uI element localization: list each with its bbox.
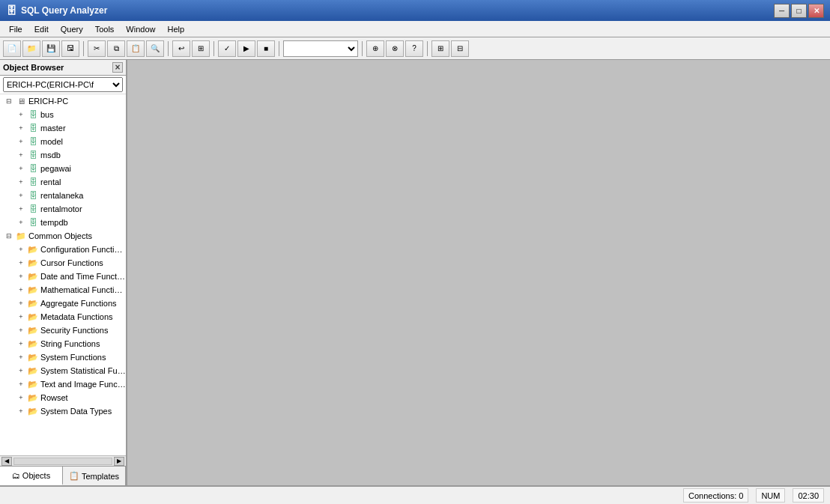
expand-metadata[interactable]: +	[15, 311, 27, 323]
expand-master[interactable]: +	[15, 122, 27, 134]
sep1	[83, 41, 84, 56]
toolbar-grid[interactable]: ⊞	[192, 40, 210, 57]
hscroll-left[interactable]: ◀	[1, 457, 12, 466]
item-rowset[interactable]: + 📂 Rowset	[0, 391, 126, 404]
expand-rowset[interactable]: +	[15, 392, 27, 404]
toolbar-extra2[interactable]: ⊟	[451, 40, 469, 57]
maximize-button[interactable]: □	[791, 4, 807, 18]
menu-file[interactable]: File	[3, 23, 28, 35]
item-metadata-functions[interactable]: + 📂 Metadata Functions	[0, 310, 126, 324]
toolbar-extra1[interactable]: ⊞	[431, 40, 449, 57]
toolbar-new[interactable]: 📄	[3, 40, 21, 57]
menu-query[interactable]: Query	[55, 23, 89, 35]
ob-server-dropdown-area: ERICH-PC(ERICH-PC\f	[0, 76, 126, 94]
minimize-button[interactable]: ─	[774, 4, 790, 18]
folder-icon-metadata: 📂	[27, 311, 39, 323]
expand-systemstat[interactable]: +	[15, 365, 27, 377]
tab-objects[interactable]: 🗂 Objects	[0, 467, 63, 485]
folder-icon-rowset: 📂	[27, 392, 39, 404]
main-area: Object Browser × ERICH-PC(ERICH-PC\f ⊟ 🖥…	[0, 60, 830, 485]
expand-aggregate[interactable]: +	[15, 297, 27, 309]
item-systemstat-functions[interactable]: + 📂 System Statistical Functions	[0, 364, 126, 377]
db-icon-rentalaneka: 🗄	[27, 189, 39, 201]
ob-horizontal-scrollbar[interactable]: ◀ ▶	[0, 455, 126, 466]
label-math: Mathematical Functions	[39, 285, 126, 294]
expand-textimage[interactable]: +	[15, 378, 27, 390]
hscroll-right[interactable]: ▶	[114, 457, 124, 466]
close-button[interactable]: ✕	[808, 4, 824, 18]
db-item-rental[interactable]: + 🗄 rental	[0, 175, 126, 189]
item-security-functions[interactable]: + 📂 Security Functions	[0, 324, 126, 337]
expand-msdb[interactable]: +	[15, 149, 27, 161]
db-item-pegawai[interactable]: + 🗄 pegawai	[0, 162, 126, 175]
db-item-rentalmotor[interactable]: + 🗄 rentalmotor	[0, 202, 126, 216]
expand-systemdatatypes[interactable]: +	[15, 405, 27, 417]
expand-pegawai[interactable]: +	[15, 163, 27, 174]
expand-config[interactable]: +	[15, 243, 27, 255]
expand-common-objects[interactable]: ⊟	[3, 230, 15, 242]
toolbar-save[interactable]: 💾	[42, 40, 60, 57]
expand-cursor[interactable]: +	[15, 257, 27, 269]
expand-datetime[interactable]: +	[15, 270, 27, 282]
db-item-master[interactable]: + 🗄 master	[0, 121, 126, 135]
expand-bus[interactable]: +	[15, 109, 27, 121]
ob-tree[interactable]: ⊟ 🖥 ERICH-PC + 🗄 bus + 🗄 master + 🗄 mode…	[0, 94, 126, 455]
expand-security[interactable]: +	[15, 324, 27, 336]
folder-icon-system: 📂	[27, 351, 39, 363]
menu-tools[interactable]: Tools	[89, 23, 121, 35]
toolbar-run[interactable]: ▶	[237, 40, 255, 57]
db-item-bus[interactable]: + 🗄 bus	[0, 108, 126, 121]
expand-string[interactable]: +	[15, 338, 27, 350]
item-string-functions[interactable]: + 📂 String Functions	[0, 337, 126, 350]
label-datetime: Date and Time Functions	[39, 272, 126, 281]
tab-templates[interactable]: 📋 Templates	[63, 467, 126, 485]
label-systemstat: System Statistical Functions	[39, 366, 126, 375]
expand-rentalaneka[interactable]: +	[15, 189, 27, 201]
expand-rental[interactable]: +	[15, 176, 27, 188]
menu-edit[interactable]: Edit	[28, 23, 55, 35]
toolbar-help2[interactable]: ?	[405, 40, 423, 57]
folder-icon-datetime: 📂	[27, 270, 39, 282]
expand-rentalmotor[interactable]: +	[15, 203, 27, 215]
db-item-model[interactable]: + 🗄 model	[0, 135, 126, 148]
common-objects-node[interactable]: ⊟ 📁 Common Objects	[0, 229, 126, 243]
hscroll-track[interactable]	[13, 458, 112, 465]
expand-math[interactable]: +	[15, 284, 27, 296]
item-cursor-functions[interactable]: + 📂 Cursor Functions	[0, 256, 126, 270]
item-config-functions[interactable]: + 📂 Configuration Functions	[0, 243, 126, 256]
menu-help[interactable]: Help	[161, 23, 190, 35]
server-icon: 🖥	[15, 95, 27, 107]
toolbar-open[interactable]: 📁	[22, 40, 40, 57]
item-math-functions[interactable]: + 📂 Mathematical Functions	[0, 283, 126, 297]
toolbar-parse[interactable]: ⊕	[366, 40, 384, 57]
db-item-rentalaneka[interactable]: + 🗄 rentalaneka	[0, 189, 126, 202]
server-node[interactable]: ⊟ 🖥 ERICH-PC	[0, 94, 126, 108]
db-item-msdb[interactable]: + 🗄 msdb	[0, 148, 126, 162]
ob-server-select[interactable]: ERICH-PC(ERICH-PC\f	[3, 77, 123, 92]
db-item-tempdb[interactable]: + 🗄 tempdb	[0, 216, 126, 229]
item-textimage-functions[interactable]: + 📂 Text and Image Functions	[0, 377, 126, 391]
expand-server[interactable]: ⊟	[3, 95, 15, 107]
toolbar-find[interactable]: 🔍	[146, 40, 164, 57]
item-datetime-functions[interactable]: + 📂 Date and Time Functions	[0, 270, 126, 283]
toolbar-paste[interactable]: 📋	[127, 40, 145, 57]
expand-model[interactable]: +	[15, 136, 27, 148]
toolbar-stop[interactable]: ■	[257, 40, 275, 57]
toolbar-cut[interactable]: ✂	[88, 40, 106, 57]
ob-close-button[interactable]: ×	[112, 62, 123, 73]
folder-icon-config: 📂	[27, 243, 39, 255]
item-systemdatatypes[interactable]: + 📂 System Data Types	[0, 404, 126, 418]
toolbar-object-browser[interactable]: ⊗	[386, 40, 404, 57]
content-area	[127, 60, 830, 485]
toolbar-check[interactable]: ✓	[218, 40, 236, 57]
item-aggregate-functions[interactable]: + 📂 Aggregate Functions	[0, 297, 126, 310]
db-selector[interactable]	[283, 40, 358, 57]
expand-tempdb[interactable]: +	[15, 216, 27, 228]
toolbar-save-all[interactable]: 🖫	[61, 40, 79, 57]
db-icon-rentalmotor: 🗄	[27, 203, 39, 215]
toolbar-undo[interactable]: ↩	[172, 40, 190, 57]
item-system-functions[interactable]: + 📂 System Functions	[0, 350, 126, 364]
toolbar-copy[interactable]: ⧉	[107, 40, 125, 57]
menu-window[interactable]: Window	[120, 23, 161, 35]
expand-system[interactable]: +	[15, 351, 27, 363]
